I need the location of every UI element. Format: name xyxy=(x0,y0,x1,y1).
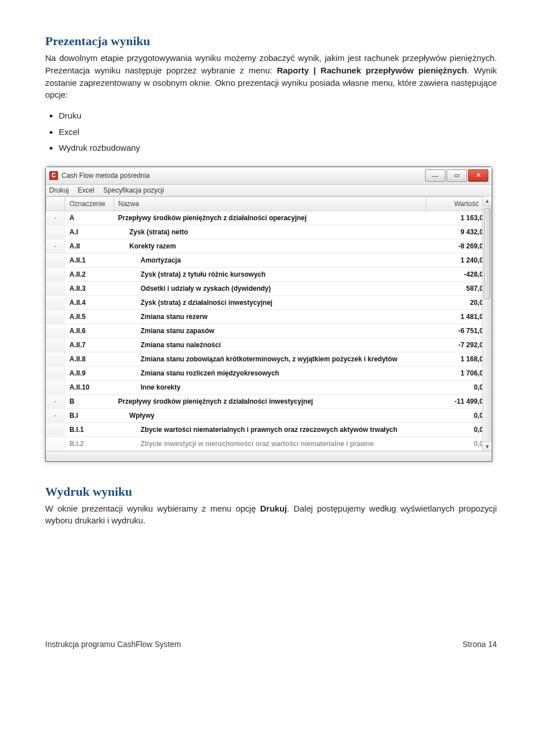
bullet-item: Excel xyxy=(59,124,497,141)
row-name: Przepływy środków pieniężnych z działaln… xyxy=(113,394,426,408)
menu-specyfikacja[interactable]: Specyfikacja pozycji xyxy=(103,186,164,194)
bullet-list: Druku Excel Wydruk rozbudowany xyxy=(59,108,497,156)
row-name: Zbycie inwestycji w nieruchomości oraz w… xyxy=(113,436,426,451)
row-code: B.I.2 xyxy=(65,436,114,451)
para2-b: Drukuj xyxy=(260,504,287,513)
result-table: Oznaczenie Nazwa Wartość -APrzepływy śro… xyxy=(46,196,492,451)
table-row[interactable]: -APrzepływy środków pieniężnych z działa… xyxy=(46,211,492,225)
row-code: A.II.1 xyxy=(65,253,114,267)
paragraph-prezentacja: Na dowolnym etapie przygotowywania wynik… xyxy=(45,52,497,101)
table-row[interactable]: -B.IWpływy0,00 xyxy=(46,408,492,422)
menubar: Drukuj Excel Specyfikacja pozycji xyxy=(46,185,492,196)
table-row[interactable]: A.II.6Zmiana stanu zapasów-6 751,00 xyxy=(46,324,492,338)
table-row[interactable]: A.IZysk (strata) netto9 432,00 xyxy=(46,225,492,239)
table-row[interactable]: A.II.3Odsetki i udziały w zyskach (dywid… xyxy=(46,281,492,295)
col-nazwa[interactable]: Nazwa xyxy=(113,196,426,211)
row-code: A.II.5 xyxy=(65,309,114,324)
table-row[interactable]: B.I.1Zbycie wartości niematerialnych i p… xyxy=(46,422,492,436)
table-row[interactable]: -A.IIKorekty razem-8 269,00 xyxy=(46,239,492,253)
table-row[interactable]: A.II.1Amortyzacja1 240,00 xyxy=(46,253,492,267)
row-toggle-icon[interactable]: - xyxy=(46,239,65,253)
page-footer: Instrukcja programu CashFlow System Stro… xyxy=(45,640,497,649)
row-name: Zysk (strata) netto xyxy=(113,225,426,239)
horizontal-scrollbar[interactable] xyxy=(46,451,492,461)
row-toggle-icon xyxy=(46,352,65,366)
row-code: A.II.4 xyxy=(65,295,114,309)
vertical-scrollbar[interactable]: ▲ ▼ xyxy=(482,196,492,451)
row-name: Zmiana stanu należności xyxy=(113,338,426,352)
footer-right: Strona 14 xyxy=(462,640,497,649)
row-code: A.II.7 xyxy=(65,338,114,352)
heading-wydruk: Wydruk wyniku xyxy=(45,484,497,499)
row-toggle-icon xyxy=(46,324,65,338)
row-name: Zmiana stanu rezerw xyxy=(113,309,426,324)
row-name: Korekty razem xyxy=(113,239,426,253)
app-icon: C xyxy=(49,171,58,180)
maximize-button[interactable]: ▭ xyxy=(447,169,467,182)
row-name: Przepływy środków pieniężnych z działaln… xyxy=(113,211,426,225)
row-name: Zmiana stanu zapasów xyxy=(113,324,426,338)
table-row[interactable]: A.II.5Zmiana stanu rezerw1 481,00 xyxy=(46,309,492,324)
scroll-thumb[interactable] xyxy=(484,208,491,299)
row-toggle-icon xyxy=(46,295,65,309)
col-toggle xyxy=(46,196,65,211)
row-name: Zmiana stanu rozliczeń międzyokresowych xyxy=(113,366,426,380)
row-code: A.II.9 xyxy=(65,366,114,380)
footer-left: Instrukcja programu CashFlow System xyxy=(45,640,181,649)
table-row[interactable]: A.II.7Zmiana stanu należności-7 292,00 xyxy=(46,338,492,352)
cashflow-window: C Cash Flow metoda pośrednia — ▭ ✕ Druku… xyxy=(45,167,492,462)
row-name: Odsetki i udziały w zyskach (dywidendy) xyxy=(113,281,426,295)
row-code: A.II xyxy=(65,239,114,253)
table-row[interactable]: A.II.9Zmiana stanu rozliczeń międzyokres… xyxy=(46,366,492,380)
row-code: A.II.3 xyxy=(65,281,114,295)
menu-excel[interactable]: Excel xyxy=(78,186,94,194)
window-title: Cash Flow metoda pośrednia xyxy=(62,172,424,180)
table-row[interactable]: A.II.10Inne korekty0,00 xyxy=(46,380,492,394)
row-code: A.II.8 xyxy=(65,352,114,366)
titlebar[interactable]: C Cash Flow metoda pośrednia — ▭ ✕ xyxy=(46,167,492,185)
close-button[interactable]: ✕ xyxy=(468,169,488,182)
row-code: A.II.2 xyxy=(65,267,114,281)
row-name: Amortyzacja xyxy=(113,253,426,267)
row-toggle-icon xyxy=(46,225,65,239)
paragraph-wydruk: W oknie prezentacji wyniku wybieramy z m… xyxy=(45,502,497,527)
row-toggle-icon xyxy=(46,338,65,352)
row-name: Zbycie wartości niematerialnych i prawny… xyxy=(113,422,426,436)
row-code: B xyxy=(65,394,114,408)
heading-prezentacja: Prezentacja wyniku xyxy=(45,34,497,49)
minimize-button[interactable]: — xyxy=(425,169,445,182)
row-code: A.II.6 xyxy=(65,324,114,338)
table-area: Oznaczenie Nazwa Wartość -APrzepływy śro… xyxy=(46,196,492,451)
row-toggle-icon xyxy=(46,309,65,324)
row-toggle-icon xyxy=(46,366,65,380)
para2-a: W oknie prezentacji wyniku wybieramy z m… xyxy=(45,504,260,513)
menu-drukuj[interactable]: Drukuj xyxy=(49,186,69,194)
row-name: Zmiana stanu zobowiązań krótkoterminowyc… xyxy=(113,352,426,366)
row-toggle-icon[interactable]: - xyxy=(46,408,65,422)
row-name: Zysk (strata) z działalności inwestycyjn… xyxy=(113,295,426,309)
row-code: A.II.10 xyxy=(65,380,114,394)
scroll-down-icon[interactable]: ▼ xyxy=(483,442,492,451)
row-toggle-icon xyxy=(46,380,65,394)
table-row[interactable]: A.II.4Zysk (strata) z działalności inwes… xyxy=(46,295,492,309)
table-row[interactable]: B.I.2Zbycie inwestycji w nieruchomości o… xyxy=(46,436,492,451)
col-oznaczenie[interactable]: Oznaczenie xyxy=(65,196,114,211)
row-toggle-icon xyxy=(46,436,65,451)
table-row[interactable]: A.II.2Zysk (strata) z tytułu różnic kurs… xyxy=(46,267,492,281)
scroll-up-icon[interactable]: ▲ xyxy=(483,196,492,206)
row-code: B.I.1 xyxy=(65,422,114,436)
row-name: Wpływy xyxy=(113,408,426,422)
para1-b: Raporty | Rachunek przepływów pieniężnyc… xyxy=(277,65,466,75)
table-row[interactable]: A.II.8Zmiana stanu zobowiązań krótkoterm… xyxy=(46,352,492,366)
row-code: B.I xyxy=(65,408,114,422)
bullet-item: Wydruk rozbudowany xyxy=(59,140,497,156)
row-code: A.I xyxy=(65,225,114,239)
bullet-item: Druku xyxy=(59,108,497,124)
row-toggle-icon[interactable]: - xyxy=(46,211,65,225)
row-toggle-icon xyxy=(46,253,65,267)
row-name: Inne korekty xyxy=(113,380,426,394)
row-code: A xyxy=(65,211,114,225)
row-toggle-icon xyxy=(46,422,65,436)
row-toggle-icon[interactable]: - xyxy=(46,394,65,408)
table-row[interactable]: -BPrzepływy środków pieniężnych z działa… xyxy=(46,394,492,408)
